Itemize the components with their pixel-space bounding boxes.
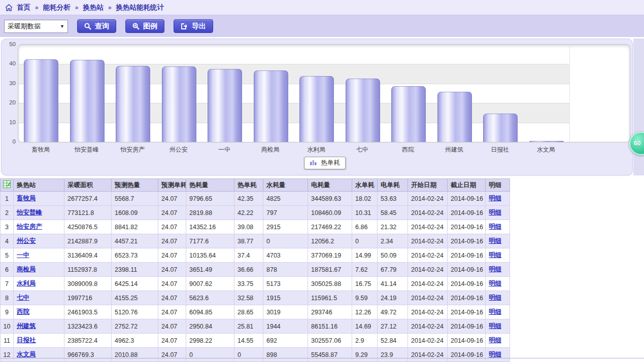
detail-link[interactable]: 明细 xyxy=(489,351,501,358)
column-header: 热单耗 xyxy=(234,179,263,192)
table-cell: 898 xyxy=(263,348,308,362)
detail-link[interactable]: 明细 xyxy=(489,322,501,330)
table-cell: 5173 xyxy=(263,277,308,291)
table-cell: 七中 xyxy=(14,291,64,305)
station-link[interactable]: 怡安房产 xyxy=(17,223,42,230)
table-cell: 2014-02-24 xyxy=(408,192,448,206)
chart-bar[interactable] xyxy=(208,69,242,142)
chart-bar[interactable] xyxy=(254,70,288,142)
table-cell: 2677257.4 xyxy=(64,192,112,206)
table-cell: 377069.19 xyxy=(308,248,352,263)
chart-bar[interactable] xyxy=(391,86,426,142)
x-axis: 畜牧局怡安普峰怡安房产州公安一中商检局水利局七中西院州建筑日报社水文局 xyxy=(18,146,569,154)
query-button[interactable]: 查询 xyxy=(77,19,116,33)
detail-link[interactable]: 明细 xyxy=(489,280,501,287)
chart-bar-slot xyxy=(432,45,478,142)
y-axis-label: 40 xyxy=(3,60,16,66)
table-cell: 4457.21 xyxy=(112,234,158,248)
table-cell: 24.07 xyxy=(158,291,186,305)
table-cell: 6.86 xyxy=(352,220,378,234)
station-link[interactable]: 日报社 xyxy=(17,337,36,344)
chart-bar-slot xyxy=(18,45,64,142)
row-number: 2 xyxy=(1,206,14,220)
table-cell: 1323423.6 xyxy=(64,319,112,334)
detail-link[interactable]: 明细 xyxy=(489,195,501,202)
detail-link[interactable]: 明细 xyxy=(489,223,501,230)
stations-table: 换热站采暖面积预测热量预测单耗热耗量热单耗水耗量电耗量水单耗电单耗开始日期截止日… xyxy=(0,178,510,362)
table-cell: 6425.14 xyxy=(112,277,158,291)
table-row: 6商检局1152937.82398.1124.073651.4936.66878… xyxy=(1,263,510,277)
detail-link[interactable]: 明细 xyxy=(489,266,501,273)
detail-link[interactable]: 明细 xyxy=(489,209,501,216)
chart-bar[interactable] xyxy=(162,66,196,142)
station-link[interactable]: 怡安普峰 xyxy=(17,209,42,216)
table-cell: 2014-09-16 xyxy=(448,263,486,277)
zoom-in-icon xyxy=(132,23,140,30)
breadcrumb-item-energy-analysis[interactable]: 能耗分析 xyxy=(43,3,71,12)
x-axis-label: 一中 xyxy=(201,146,248,154)
chart-bar[interactable] xyxy=(483,114,518,142)
table-cell: 2998.22 xyxy=(186,334,234,348)
station-link[interactable]: 畜牧局 xyxy=(17,195,36,202)
table-cell: 33.75 xyxy=(234,277,263,291)
chart-bar[interactable] xyxy=(70,60,105,142)
footer-divider xyxy=(0,358,644,358)
chart-bar[interactable] xyxy=(437,92,472,142)
table-cell: 1944 xyxy=(263,319,308,334)
station-link[interactable]: 水文局 xyxy=(17,351,36,358)
chart-legend-button[interactable]: 图例 xyxy=(125,19,164,33)
period-select[interactable]: 采暖期数据 ▼ xyxy=(4,20,68,33)
breadcrumb-item-heat-station[interactable]: 换热站 xyxy=(83,3,104,12)
table-cell: 2014-09-16 xyxy=(448,220,486,234)
row-number: 10 xyxy=(1,319,14,334)
table-cell: 217469.22 xyxy=(308,220,352,234)
table-cell: 7177.6 xyxy=(186,234,234,248)
station-link[interactable]: 一中 xyxy=(17,251,29,259)
station-link[interactable]: 西院 xyxy=(17,308,29,315)
chart-bar[interactable] xyxy=(346,79,380,142)
row-number: 5 xyxy=(1,248,14,263)
detail-link[interactable]: 明细 xyxy=(489,337,501,344)
column-header: 电耗量 xyxy=(308,179,352,192)
detail-link[interactable]: 明细 xyxy=(489,251,501,259)
home-icon[interactable] xyxy=(5,4,13,11)
table-cell: 4155.25 xyxy=(112,291,158,305)
table-cell: 2014-09-16 xyxy=(448,248,486,263)
table-row: 1畜牧局2677257.45568.724.079796.6542.354825… xyxy=(1,192,510,206)
y-axis-label: 50 xyxy=(3,41,16,47)
table-cell: 14.99 xyxy=(352,248,378,263)
export-button[interactable]: 导出 xyxy=(174,19,213,33)
x-axis-label: 日报社 xyxy=(477,146,523,154)
station-link[interactable]: 商检局 xyxy=(17,266,36,273)
chart-bar[interactable] xyxy=(529,141,564,142)
station-link[interactable]: 州公安 xyxy=(17,237,36,244)
chart-bar-slot xyxy=(478,45,524,142)
chart-bar-slot xyxy=(202,45,248,142)
detail-link[interactable]: 明细 xyxy=(489,308,501,315)
table-row: 10州建筑1323423.62752.7224.072950.8425.8119… xyxy=(1,319,510,334)
table-cell: 86151.16 xyxy=(308,319,352,334)
table-edit-icon[interactable] xyxy=(1,179,14,192)
table-cell: 2014-02-24 xyxy=(408,234,448,248)
table-cell: 36.66 xyxy=(234,263,263,277)
breadcrumb-home[interactable]: 首页 xyxy=(17,3,30,12)
station-link[interactable]: 州建筑 xyxy=(17,322,36,330)
station-link[interactable]: 七中 xyxy=(17,294,29,301)
chart-bar[interactable] xyxy=(116,66,150,142)
chart-legend[interactable]: 热单耗 xyxy=(304,157,346,169)
table-cell: 0 xyxy=(352,234,378,248)
column-header: 采暖面积 xyxy=(64,179,112,192)
chart-bar[interactable] xyxy=(24,59,58,142)
detail-link[interactable]: 明细 xyxy=(489,294,501,301)
table-cell: 2014-02-24 xyxy=(408,305,448,319)
table-cell: 24.07 xyxy=(158,248,186,263)
table-cell: 8841.82 xyxy=(112,220,158,234)
chart-plot-area xyxy=(18,44,630,142)
station-link[interactable]: 水利局 xyxy=(17,280,36,287)
chart-bar[interactable] xyxy=(299,76,334,142)
table-cell: 水利局 xyxy=(14,277,64,291)
table-cell: 2915 xyxy=(263,220,308,234)
detail-link[interactable]: 明细 xyxy=(489,237,501,244)
table-cell: 9796.65 xyxy=(186,192,234,206)
table-row: 7水利局3089009.86425.1424.079007.6233.75517… xyxy=(1,277,510,291)
